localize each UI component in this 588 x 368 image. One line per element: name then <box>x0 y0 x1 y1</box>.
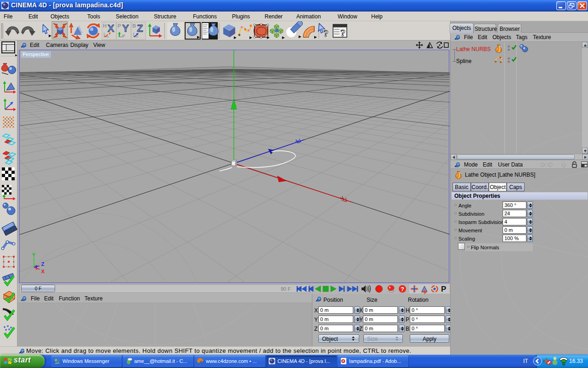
svg-text:P: P <box>441 285 446 293</box>
svg-text:Y: Y <box>32 252 36 258</box>
svg-text:?: ? <box>340 27 345 39</box>
svg-text:Z: Z <box>137 23 143 34</box>
svg-text:?: ? <box>401 286 404 293</box>
svg-text:Y: Y <box>122 23 129 34</box>
svg-text:X: X <box>107 23 114 34</box>
svg-text:?: ? <box>323 28 328 39</box>
svg-text:H: H <box>103 23 107 29</box>
svg-text:B: B <box>132 23 136 29</box>
svg-text:X: X <box>41 269 45 274</box>
svg-text:Z: Z <box>41 261 45 267</box>
svg-text:P: P <box>118 23 121 29</box>
